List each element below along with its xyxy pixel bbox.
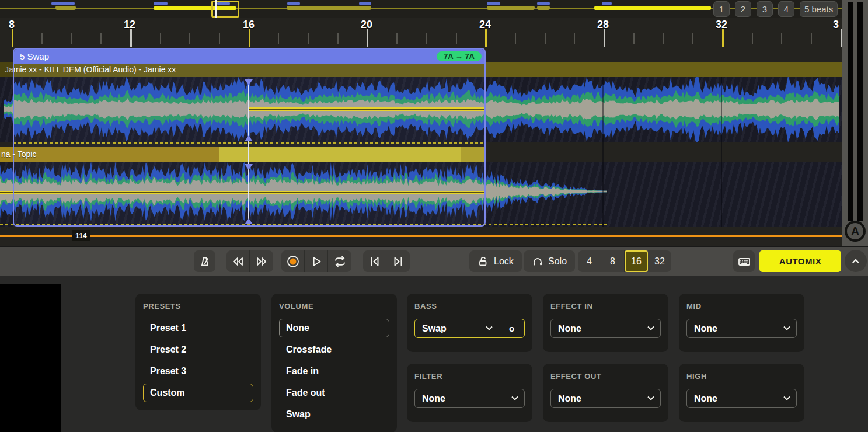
high-title: HIGH <box>686 372 797 381</box>
loop-length-button-32[interactable]: 32 <box>648 250 671 272</box>
ruler-minor-tick <box>219 33 220 44</box>
beat-count-button-5-beats[interactable]: 5 beats <box>800 1 838 17</box>
ruler-major-tick <box>485 29 487 47</box>
chevron-down-icon <box>647 393 654 400</box>
playback-button-group <box>281 250 351 272</box>
track2-title: na - Topic <box>1 149 36 159</box>
chevron-down-icon <box>486 323 492 330</box>
lock-button[interactable]: Lock <box>469 250 522 272</box>
cue-marker-handle-icon[interactable] <box>245 218 253 224</box>
filter-select[interactable]: None <box>414 389 525 408</box>
volume-option-none[interactable]: None <box>279 319 389 337</box>
effect-out-card: EFFECT OUT None <box>543 364 668 422</box>
skip-to-start-button[interactable] <box>363 250 386 272</box>
transition-header[interactable]: 5 Swap 7A → 7A <box>14 49 484 64</box>
ruler-minor-tick <box>71 33 72 44</box>
record-button[interactable] <box>281 250 305 272</box>
play-button[interactable] <box>305 250 328 272</box>
filter-title: FILTER <box>414 372 525 381</box>
loop-length-button-4[interactable]: 4 <box>578 250 601 272</box>
volume-option-fade-out[interactable]: Fade out <box>279 384 389 402</box>
skip-to-end-button[interactable] <box>386 250 410 272</box>
ruler-minor-tick <box>545 33 546 44</box>
ruler-minor-tick <box>574 33 575 44</box>
ruler-beat-label: 28 <box>597 19 609 31</box>
ruler-minor-tick <box>663 33 664 44</box>
minimap-active-segment <box>594 6 711 10</box>
effect-out-title: EFFECT OUT <box>550 372 661 381</box>
automix-logo-icon: A <box>845 221 866 242</box>
filter-card: FILTER None <box>407 364 532 422</box>
preset-item-preset-1[interactable]: Preset 1 <box>143 319 253 337</box>
volume-option-manual[interactable]: Manual <box>279 427 389 432</box>
tempo-bpm-label: 114 <box>72 230 90 241</box>
ruler-minor-tick <box>278 33 279 44</box>
tracks-area: Jamie xx - KILL DEM (Official Audio) - J… <box>0 47 842 246</box>
cue-marker-handle-icon[interactable] <box>245 164 253 170</box>
preset-item-preset-3[interactable]: Preset 3 <box>143 362 253 381</box>
minimap-playhead[interactable] <box>215 0 217 18</box>
automix-button[interactable]: AUTOMIX <box>759 250 841 272</box>
beat-count-button-3[interactable]: 3 <box>757 1 773 17</box>
volume-option-fade-in[interactable]: Fade in <box>279 362 389 381</box>
minimap-clip-olive <box>287 6 371 10</box>
bass-select[interactable]: Swap <box>414 319 499 338</box>
metronome-button[interactable] <box>194 250 215 272</box>
timeline-ruler[interactable]: 81216202428323 <box>0 18 842 47</box>
fast-forward-button[interactable] <box>250 250 273 272</box>
preset-item-preset-2[interactable]: Preset 2 <box>143 340 253 359</box>
minimap-clip-blue <box>287 2 300 5</box>
mid-select[interactable]: None <box>686 319 797 338</box>
volume-option-swap[interactable]: Swap <box>279 405 389 424</box>
beat-count-button-4[interactable]: 4 <box>778 1 794 17</box>
rewind-button[interactable] <box>226 250 250 272</box>
ruler-minor-tick <box>189 33 190 44</box>
bass-curve-button[interactable]: o <box>499 319 525 338</box>
ruler-major-tick <box>367 29 368 47</box>
skip-button-group <box>363 250 410 272</box>
tempo-automation-line[interactable] <box>0 235 842 237</box>
preset-item-custom[interactable]: Custom <box>143 384 253 402</box>
video-preview-box <box>0 284 61 432</box>
beat-count-button-2[interactable]: 2 <box>735 1 751 17</box>
ruler-minor-tick <box>515 33 516 44</box>
ruler-beat-label: 32 <box>716 19 727 31</box>
vu-meter-left <box>848 2 853 221</box>
effect-out-value: None <box>558 393 581 404</box>
transition-settings-panel: PRESETS Preset 1Preset 2Preset 3Custom V… <box>0 276 868 432</box>
transport-bar: Lock Solo 481632 AUTOMIX <box>0 246 868 276</box>
volume-option-crossfade[interactable]: Crossfade <box>279 340 389 359</box>
effect-in-select[interactable]: None <box>550 319 661 338</box>
chevron-down-icon <box>511 393 518 400</box>
ruler-minor-tick <box>337 33 339 44</box>
loop-button[interactable] <box>328 250 351 272</box>
minimap-clip-olive <box>55 6 76 10</box>
lock-icon <box>477 256 489 267</box>
beat-count-button-1[interactable]: 1 <box>713 1 730 17</box>
volume-card: VOLUME NoneCrossfadeFade inFade outSwapM… <box>271 294 397 432</box>
loop-length-button-16[interactable]: 16 <box>625 250 648 272</box>
fast-forward-icon <box>255 255 268 268</box>
metronome-icon <box>198 255 211 268</box>
swap-cue-marker-line[interactable] <box>248 81 249 224</box>
bar-gridline <box>721 77 722 227</box>
chevron-down-icon <box>647 323 654 330</box>
effect-out-select[interactable]: None <box>550 389 661 408</box>
effect-in-card: EFFECT IN None <box>543 294 668 352</box>
ruler-minor-tick <box>100 33 102 44</box>
skip-to-start-icon <box>368 255 381 268</box>
ruler-beat-label: 16 <box>243 19 255 31</box>
master-vu-meter-panel: A <box>842 0 868 246</box>
collapse-panel-button[interactable] <box>845 250 867 272</box>
panel-separator <box>69 276 69 432</box>
minimap-clip-blue <box>359 2 371 5</box>
ruler-major-tick <box>12 29 13 47</box>
keyboard-shortcuts-button[interactable] <box>733 250 755 272</box>
track1-offscreen-dim <box>0 62 13 77</box>
cue-marker-handle-icon[interactable] <box>245 135 253 141</box>
high-select[interactable]: None <box>686 389 797 408</box>
presets-title: PRESETS <box>143 302 253 311</box>
cue-marker-handle-icon[interactable] <box>245 79 253 85</box>
solo-button[interactable]: Solo <box>524 250 575 272</box>
loop-length-button-8[interactable]: 8 <box>601 250 625 272</box>
